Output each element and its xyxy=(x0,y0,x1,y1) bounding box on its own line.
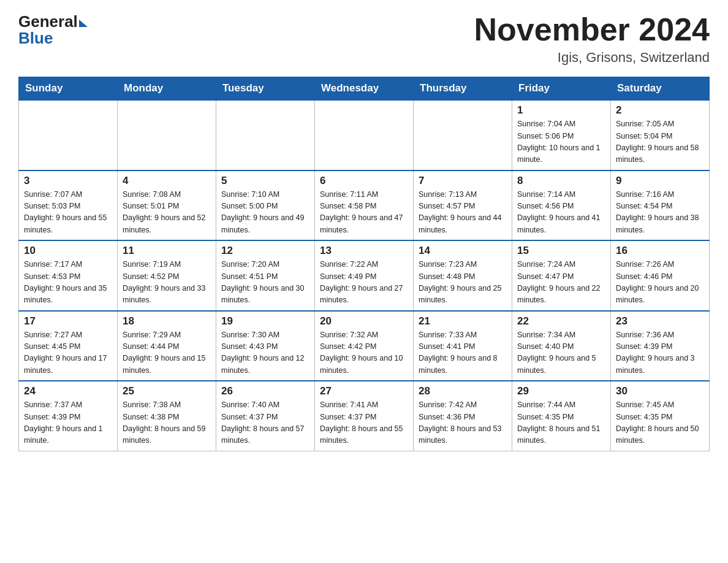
header-monday: Monday xyxy=(118,77,216,101)
calendar-cell xyxy=(414,100,512,170)
day-info: Sunrise: 7:17 AMSunset: 4:53 PMDaylight:… xyxy=(24,259,112,307)
day-info: Sunrise: 7:11 AMSunset: 4:58 PMDaylight:… xyxy=(320,189,408,237)
calendar-cell: 25Sunrise: 7:38 AMSunset: 4:38 PMDayligh… xyxy=(118,381,216,451)
day-info: Sunrise: 7:36 AMSunset: 4:39 PMDaylight:… xyxy=(616,329,704,377)
calendar-week-row: 10Sunrise: 7:17 AMSunset: 4:53 PMDayligh… xyxy=(19,240,710,311)
calendar-cell: 29Sunrise: 7:44 AMSunset: 4:35 PMDayligh… xyxy=(512,381,611,451)
day-number: 8 xyxy=(517,175,605,187)
weekday-header-row: Sunday Monday Tuesday Wednesday Thursday… xyxy=(19,77,710,101)
calendar-cell: 15Sunrise: 7:24 AMSunset: 4:47 PMDayligh… xyxy=(512,240,611,311)
calendar-week-row: 24Sunrise: 7:37 AMSunset: 4:39 PMDayligh… xyxy=(19,381,710,451)
calendar-cell: 8Sunrise: 7:14 AMSunset: 4:56 PMDaylight… xyxy=(512,170,611,241)
day-info: Sunrise: 7:30 AMSunset: 4:43 PMDaylight:… xyxy=(221,329,309,377)
calendar-cell: 1Sunrise: 7:04 AMSunset: 5:06 PMDaylight… xyxy=(512,100,611,170)
day-number: 18 xyxy=(123,315,211,327)
logo-arrow-icon xyxy=(79,20,88,27)
calendar-cell: 12Sunrise: 7:20 AMSunset: 4:51 PMDayligh… xyxy=(216,240,315,311)
day-number: 27 xyxy=(320,385,408,397)
calendar-cell: 23Sunrise: 7:36 AMSunset: 4:39 PMDayligh… xyxy=(611,311,710,381)
day-info: Sunrise: 7:16 AMSunset: 4:54 PMDaylight:… xyxy=(616,189,704,237)
day-info: Sunrise: 7:41 AMSunset: 4:37 PMDaylight:… xyxy=(320,399,408,447)
day-number: 19 xyxy=(221,315,309,327)
calendar-cell: 9Sunrise: 7:16 AMSunset: 4:54 PMDaylight… xyxy=(611,170,710,241)
calendar-cell xyxy=(118,100,216,170)
day-info: Sunrise: 7:22 AMSunset: 4:49 PMDaylight:… xyxy=(320,259,408,307)
day-info: Sunrise: 7:13 AMSunset: 4:57 PMDaylight:… xyxy=(419,189,507,237)
calendar-table: Sunday Monday Tuesday Wednesday Thursday… xyxy=(18,77,710,451)
day-info: Sunrise: 7:19 AMSunset: 4:52 PMDaylight:… xyxy=(123,259,211,307)
day-number: 10 xyxy=(24,245,112,257)
calendar-cell: 16Sunrise: 7:26 AMSunset: 4:46 PMDayligh… xyxy=(611,240,710,311)
calendar-cell: 21Sunrise: 7:33 AMSunset: 4:41 PMDayligh… xyxy=(414,311,512,381)
header-tuesday: Tuesday xyxy=(216,77,315,101)
day-info: Sunrise: 7:05 AMSunset: 5:04 PMDaylight:… xyxy=(616,118,704,166)
day-info: Sunrise: 7:24 AMSunset: 4:47 PMDaylight:… xyxy=(517,259,605,307)
location-title: Igis, Grisons, Switzerland xyxy=(474,50,710,66)
header-saturday: Saturday xyxy=(611,77,710,101)
calendar-cell: 2Sunrise: 7:05 AMSunset: 5:04 PMDaylight… xyxy=(611,100,710,170)
calendar-cell: 24Sunrise: 7:37 AMSunset: 4:39 PMDayligh… xyxy=(19,381,118,451)
day-info: Sunrise: 7:26 AMSunset: 4:46 PMDaylight:… xyxy=(616,259,704,307)
calendar-cell: 17Sunrise: 7:27 AMSunset: 4:45 PMDayligh… xyxy=(19,311,118,381)
day-number: 30 xyxy=(616,385,704,397)
day-info: Sunrise: 7:20 AMSunset: 4:51 PMDaylight:… xyxy=(221,259,309,307)
calendar-cell: 30Sunrise: 7:45 AMSunset: 4:35 PMDayligh… xyxy=(611,381,710,451)
day-number: 12 xyxy=(221,245,309,257)
day-number: 14 xyxy=(419,245,507,257)
calendar-cell xyxy=(315,100,414,170)
day-info: Sunrise: 7:08 AMSunset: 5:01 PMDaylight:… xyxy=(123,189,211,237)
calendar-week-row: 3Sunrise: 7:07 AMSunset: 5:03 PMDaylight… xyxy=(19,170,710,241)
day-number: 5 xyxy=(221,175,309,187)
calendar-cell: 10Sunrise: 7:17 AMSunset: 4:53 PMDayligh… xyxy=(19,240,118,311)
day-info: Sunrise: 7:40 AMSunset: 4:37 PMDaylight:… xyxy=(221,399,309,447)
day-info: Sunrise: 7:07 AMSunset: 5:03 PMDaylight:… xyxy=(24,189,112,237)
day-number: 24 xyxy=(24,385,112,397)
day-info: Sunrise: 7:34 AMSunset: 4:40 PMDaylight:… xyxy=(517,329,605,377)
day-number: 13 xyxy=(320,245,408,257)
month-title: November 2024 xyxy=(474,12,710,47)
day-number: 26 xyxy=(221,385,309,397)
day-info: Sunrise: 7:38 AMSunset: 4:38 PMDaylight:… xyxy=(123,399,211,447)
calendar-cell: 14Sunrise: 7:23 AMSunset: 4:48 PMDayligh… xyxy=(414,240,512,311)
day-number: 7 xyxy=(419,175,507,187)
day-info: Sunrise: 7:37 AMSunset: 4:39 PMDaylight:… xyxy=(24,399,112,447)
calendar-cell: 6Sunrise: 7:11 AMSunset: 4:58 PMDaylight… xyxy=(315,170,414,241)
logo-blue-text: Blue xyxy=(18,29,53,48)
calendar-cell: 22Sunrise: 7:34 AMSunset: 4:40 PMDayligh… xyxy=(512,311,611,381)
calendar-cell: 27Sunrise: 7:41 AMSunset: 4:37 PMDayligh… xyxy=(315,381,414,451)
day-number: 17 xyxy=(24,315,112,327)
calendar-cell xyxy=(216,100,315,170)
calendar-week-row: 1Sunrise: 7:04 AMSunset: 5:06 PMDaylight… xyxy=(19,100,710,170)
logo: General Blue xyxy=(18,12,88,48)
calendar-cell: 28Sunrise: 7:42 AMSunset: 4:36 PMDayligh… xyxy=(414,381,512,451)
day-info: Sunrise: 7:10 AMSunset: 5:00 PMDaylight:… xyxy=(221,189,309,237)
day-number: 6 xyxy=(320,175,408,187)
day-number: 16 xyxy=(616,245,704,257)
day-number: 28 xyxy=(419,385,507,397)
day-info: Sunrise: 7:04 AMSunset: 5:06 PMDaylight:… xyxy=(517,118,605,166)
header-wednesday: Wednesday xyxy=(315,77,414,101)
day-number: 4 xyxy=(123,175,211,187)
calendar-week-row: 17Sunrise: 7:27 AMSunset: 4:45 PMDayligh… xyxy=(19,311,710,381)
day-number: 29 xyxy=(517,385,605,397)
day-number: 11 xyxy=(123,245,211,257)
calendar-cell: 19Sunrise: 7:30 AMSunset: 4:43 PMDayligh… xyxy=(216,311,315,381)
day-number: 1 xyxy=(517,104,605,117)
day-number: 25 xyxy=(123,385,211,397)
calendar-cell: 3Sunrise: 7:07 AMSunset: 5:03 PMDaylight… xyxy=(19,170,118,241)
day-number: 15 xyxy=(517,245,605,257)
day-number: 20 xyxy=(320,315,408,327)
day-info: Sunrise: 7:33 AMSunset: 4:41 PMDaylight:… xyxy=(419,329,507,377)
header-thursday: Thursday xyxy=(414,77,512,101)
calendar-cell: 11Sunrise: 7:19 AMSunset: 4:52 PMDayligh… xyxy=(118,240,216,311)
day-number: 21 xyxy=(419,315,507,327)
day-number: 22 xyxy=(517,315,605,327)
page-header: General Blue November 2024 Igis, Grisons… xyxy=(18,12,710,66)
calendar-cell: 7Sunrise: 7:13 AMSunset: 4:57 PMDaylight… xyxy=(414,170,512,241)
calendar-cell: 18Sunrise: 7:29 AMSunset: 4:44 PMDayligh… xyxy=(118,311,216,381)
calendar-cell xyxy=(19,100,118,170)
day-info: Sunrise: 7:14 AMSunset: 4:56 PMDaylight:… xyxy=(517,189,605,237)
day-number: 9 xyxy=(616,175,704,187)
header-sunday: Sunday xyxy=(19,77,118,101)
title-block: November 2024 Igis, Grisons, Switzerland xyxy=(474,12,710,66)
